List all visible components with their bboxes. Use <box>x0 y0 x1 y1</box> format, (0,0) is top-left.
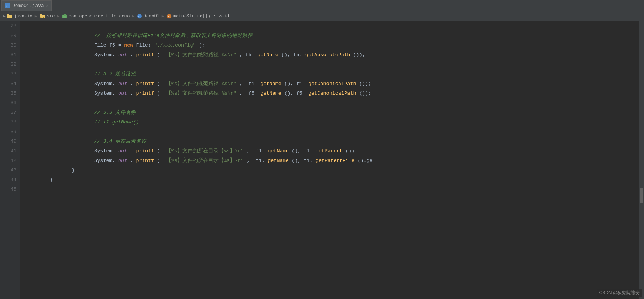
line-num-30: 30 <box>0 41 20 50</box>
line-num-43: 43 <box>0 166 20 175</box>
line-num-37: 37 <box>0 108 20 118</box>
line-num-41: 41 <box>0 146 20 156</box>
package-icon <box>62 14 67 19</box>
code-line-36 <box>25 98 639 108</box>
code-line-34: System. out . printf ( "【%s】文件的规范路径:%s\n… <box>25 79 639 89</box>
code-line-32 <box>25 60 639 69</box>
tab-title: Demo01.java <box>12 3 44 9</box>
line-num-28: 28 <box>0 21 20 31</box>
line-num-32: 32 <box>0 60 20 69</box>
svg-text:m: m <box>168 15 169 18</box>
breadcrumb-item-java-io[interactable]: java-io <box>7 14 32 19</box>
tab-demo01[interactable]: J Demo01.java ✕ <box>1 0 52 11</box>
breadcrumb-bar: ▶ java-io ▶ src src ▶ com.apesource.file… <box>0 11 644 21</box>
breadcrumb-item-src[interactable]: src src <box>40 14 55 19</box>
java-file-icon: J <box>5 3 10 8</box>
code-line-41: System. out . printf ( "【%s】文件的所在目录【%s】\… <box>25 146 639 156</box>
class-icon: C <box>137 14 142 19</box>
vertical-scrollbar[interactable] <box>639 21 644 299</box>
breadcrumb-item-demo01-class[interactable]: C Demo01 <box>137 14 160 19</box>
editor: 28 29 30 31 32 33 34 35 36 37 38 39 40 4… <box>0 21 644 299</box>
code-area[interactable]: // 按照相对路径创建File文件对象后，获取该文件对象的绝对路径 File f… <box>20 21 639 299</box>
svg-text:src: src <box>40 16 44 18</box>
svg-text:J: J <box>6 4 7 8</box>
code-line-45 <box>25 185 639 194</box>
breadcrumb-arrow: ▶ <box>3 13 6 19</box>
code-line-37: // 3.3 文件名称 <box>25 108 639 118</box>
line-num-39: 39 <box>0 127 20 137</box>
tab-bar: J Demo01.java ✕ <box>0 0 644 11</box>
line-num-31: 31 <box>0 50 20 60</box>
method-icon: m <box>167 14 172 19</box>
line-num-45: 45 <box>0 185 20 194</box>
tab-close-button[interactable]: ✕ <box>46 3 49 8</box>
watermark: CSDN @猿究院陈安 <box>597 289 642 297</box>
code-line-42: System. out . printf ( "【%s】文件的所在目录【%s】\… <box>25 156 639 166</box>
line-num-36: 36 <box>0 98 20 108</box>
scrollbar-thumb[interactable] <box>640 188 643 203</box>
line-num-44: 44 <box>0 175 20 185</box>
line-num-38: 38 <box>0 118 20 127</box>
code-line-38: // f1.getName() <box>25 118 639 127</box>
code-line-35: System. out . printf ( "【%s】文件的规范路径:%s\n… <box>25 89 639 98</box>
code-line-40: // 3.4 所在目录名称 <box>25 137 639 146</box>
line-num-34: 34 <box>0 79 20 89</box>
code-line-43: } <box>25 166 639 175</box>
breadcrumb-item-main-method[interactable]: m main(String[]) : void <box>167 14 229 19</box>
line-num-40: 40 <box>0 137 20 146</box>
folder-icon <box>7 14 12 18</box>
code-line-39 <box>25 127 639 137</box>
src-folder-icon: src <box>40 14 45 18</box>
line-num-35: 35 <box>0 89 20 98</box>
code-line-28 <box>25 21 639 31</box>
line-num-42: 42 <box>0 156 20 166</box>
code-line-29: // 按照相对路径创建File文件对象后，获取该文件对象的绝对路径 <box>25 31 639 41</box>
line-num-29: 29 <box>0 31 20 41</box>
breadcrumb-item-package[interactable]: com.apesource.file.demo <box>62 14 130 19</box>
code-line-44: } <box>25 175 639 185</box>
code-line-33: // 3.2 规范路径 <box>25 69 639 79</box>
line-number-gutter: 28 29 30 31 32 33 34 35 36 37 38 39 40 4… <box>0 21 20 299</box>
svg-rect-3 <box>7 14 9 16</box>
code-line-31: System. out . printf ( "【%s】文件的绝对路径:%s\n… <box>25 50 639 60</box>
svg-text:C: C <box>138 15 140 18</box>
code-line-30: File f5 = new File( "./xxx.config" ); <box>25 41 639 50</box>
line-num-33: 33 <box>0 69 20 79</box>
svg-rect-8 <box>64 14 66 16</box>
